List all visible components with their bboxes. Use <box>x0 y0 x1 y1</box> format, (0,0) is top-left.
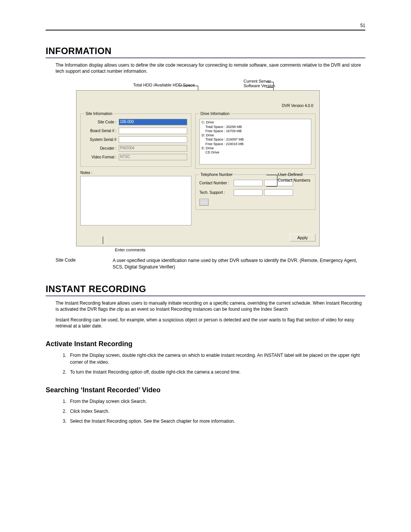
tech-support-input-2[interactable] <box>264 189 293 196</box>
video-format-input: NTSC <box>119 154 187 160</box>
intro-information: The Information display allows users to … <box>56 62 365 74</box>
video-format-label: Video Format : <box>84 155 116 159</box>
callout-hdd: Total HDD /Available HDD Space <box>133 83 195 87</box>
drive-d-free: Free Space : 219015 MB <box>206 142 309 146</box>
activate-instant-steps: From the Display screen, double right-cl… <box>68 352 365 375</box>
telephone-number-legend: Telephone Number <box>199 173 234 177</box>
heading-instant-recording: INSTANT RECORDING <box>46 284 365 296</box>
contact-number-label: Contact Number : <box>199 181 232 185</box>
decoder-label: Decoder : <box>84 146 116 150</box>
callout-user-defined-l1: User-Defined <box>278 172 303 177</box>
decoder-input: PW2004 <box>119 145 187 152</box>
callout-current-line1: Current Server <box>244 79 271 83</box>
drive-e-note: CD Drive <box>206 150 309 155</box>
information-dialog: DVR Version 4.0.0 Site Information Site … <box>76 90 320 246</box>
callout-current-server: Current Server Software Version <box>244 79 275 88</box>
instant-recording-p1: The Instant Recording feature allows use… <box>56 300 365 312</box>
callout-user-defined-contacts: User-Defined Contact Numbers <box>278 172 320 183</box>
heading-searching-instant: Searching ‘Instant Recorded’ Video <box>46 386 365 394</box>
drive-c-name: C: Drive <box>202 120 309 125</box>
search-step-3: Select the Instant Recording option. See… <box>68 418 365 425</box>
search-step-2: Click Index Search. <box>68 408 365 415</box>
apply-button[interactable]: Apply <box>290 234 315 241</box>
searching-instant-steps: From the Display screen click Search. Cl… <box>68 398 365 425</box>
notes-label: Notes : <box>80 171 191 175</box>
instant-recording-p2: Instant Recording can be used, for examp… <box>56 317 365 329</box>
keyboard-icon[interactable] <box>199 199 209 206</box>
callout-user-defined-l2: Contact Numbers <box>278 178 311 182</box>
tech-support-input-1[interactable] <box>234 189 263 196</box>
notes-textarea[interactable] <box>80 176 191 225</box>
information-figure: Total HDD /Available HDD Space Current S… <box>76 79 320 252</box>
callout-enter-comments: Enter comments <box>115 248 320 252</box>
board-serial-label: Board Serial # : <box>84 129 116 133</box>
site-code-term: Site Code <box>56 257 113 270</box>
activate-step-2: To turn the Instant Recording option off… <box>68 369 365 375</box>
drive-c-total: Total Space : 20258 MB <box>206 125 309 129</box>
drive-d-total: Total Space : 219097 MB <box>206 137 309 142</box>
site-information-legend: Site Information <box>84 112 113 116</box>
site-information-group: Site Information Site Code : 100-000 Boa… <box>80 112 191 167</box>
site-code-label: Site Code : <box>84 120 116 124</box>
site-code-def-body: A user-specified unique identification n… <box>113 257 365 270</box>
page-number: 51 <box>46 23 365 30</box>
site-code-definition: Site Code A user-specified unique identi… <box>56 257 365 270</box>
drive-d-name: D: Drive <box>202 133 309 137</box>
system-serial-label: System Serial # <box>84 137 116 142</box>
tech-support-label: Tech. Support : <box>199 190 232 195</box>
heading-information: INFORMATION <box>46 46 365 58</box>
contact-number-input-1[interactable] <box>234 180 263 186</box>
drive-list: C: Drive Total Space : 20258 MB Free Spa… <box>199 119 311 165</box>
drive-information-group: Drive Information C: Drive Total Space :… <box>195 112 315 169</box>
drive-information-legend: Drive Information <box>199 112 231 116</box>
board-serial-input[interactable] <box>119 128 187 134</box>
search-step-1: From the Display screen click Search. <box>68 398 365 405</box>
drive-c-free: Free Space : 16709 MB <box>206 129 309 133</box>
system-serial-input[interactable] <box>119 136 187 143</box>
activate-step-1: From the Display screen, double right-cl… <box>68 352 365 366</box>
site-code-input[interactable]: 100-000 <box>119 119 187 125</box>
heading-activate-instant: Activate Instant Recording <box>46 340 365 348</box>
dvr-version-text: DVR Version 4.0.0 <box>80 104 313 108</box>
drive-e-name: E: Drive <box>202 146 309 150</box>
